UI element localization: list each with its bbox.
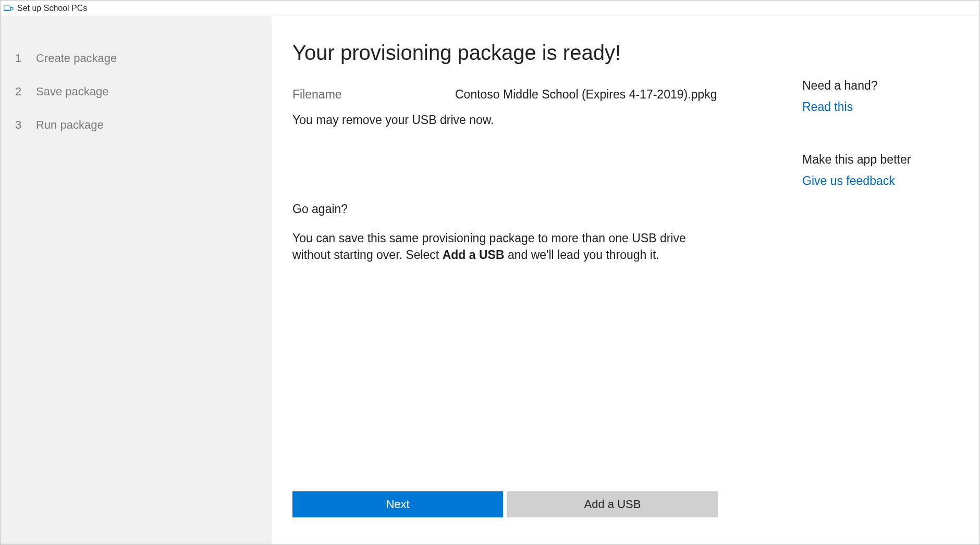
side-column: Need a hand? Read this Make this app bet…: [802, 41, 959, 517]
sidebar-step-label: Save package: [36, 85, 108, 98]
filename-label: Filename: [292, 88, 455, 102]
svg-rect-0: [4, 6, 10, 10]
sidebar-item-create-package[interactable]: 1 Create package: [1, 45, 272, 79]
footer-buttons: Next Add a USB: [292, 491, 781, 517]
window: Set up School PCs 1 Create package 2 Sav…: [0, 0, 980, 545]
read-this-link[interactable]: Read this: [802, 100, 853, 114]
sidebar-step-label: Run package: [36, 118, 104, 132]
app-icon: [4, 3, 14, 14]
svg-rect-1: [4, 10, 10, 11]
sidebar: 1 Create package 2 Save package 3 Run pa…: [1, 16, 272, 544]
sidebar-step-num: 2: [15, 85, 36, 98]
page-title: Your provisioning package is ready!: [292, 41, 781, 65]
go-again-text-2: and we'll lead you through it.: [505, 248, 659, 262]
filename-row: Filename Contoso Middle School (Expires …: [292, 88, 781, 102]
sidebar-step-num: 3: [15, 118, 36, 132]
sidebar-item-save-package[interactable]: 2 Save package: [1, 79, 272, 112]
titlebar-text: Set up School PCs: [17, 4, 87, 13]
titlebar: Set up School PCs: [1, 1, 979, 16]
filename-value: Contoso Middle School (Expires 4-17-2019…: [455, 88, 717, 102]
main-column: Your provisioning package is ready! File…: [292, 41, 802, 517]
go-again-heading: Go again?: [292, 202, 781, 216]
add-usb-button[interactable]: Add a USB: [507, 491, 718, 517]
need-hand-heading: Need a hand?: [802, 79, 959, 93]
sidebar-step-label: Create package: [36, 52, 117, 65]
content: 1 Create package 2 Save package 3 Run pa…: [1, 16, 979, 544]
go-again-bold: Add a USB: [443, 248, 505, 262]
sidebar-item-run-package[interactable]: 3 Run package: [1, 112, 272, 145]
sidebar-step-num: 1: [15, 52, 36, 65]
make-better-heading: Make this app better: [802, 153, 959, 167]
remove-usb-line: You may remove your USB drive now.: [292, 113, 781, 127]
main: Your provisioning package is ready! File…: [272, 16, 979, 544]
go-again-text: You can save this same provisioning pack…: [292, 230, 725, 263]
feedback-link[interactable]: Give us feedback: [802, 174, 895, 188]
next-button[interactable]: Next: [292, 491, 503, 517]
